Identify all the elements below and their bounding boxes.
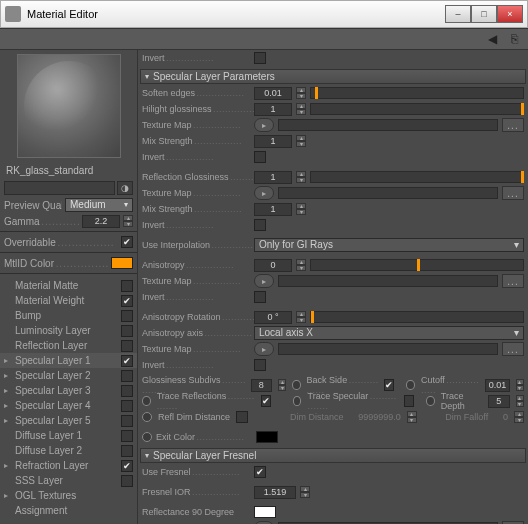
- minimize-button[interactable]: –: [445, 5, 471, 23]
- overridable-checkbox[interactable]: [121, 236, 133, 248]
- soften-slider[interactable]: [310, 87, 524, 99]
- aniso-axis-select[interactable]: Local axis X▾: [254, 326, 524, 340]
- app-icon: [5, 6, 21, 22]
- hilight-gloss-input[interactable]: 1: [254, 103, 292, 116]
- trace-spec-checkbox[interactable]: [404, 395, 414, 407]
- preview-quality-select[interactable]: Medium▾: [65, 198, 133, 212]
- layer-material-matte[interactable]: Material Matte: [0, 278, 137, 293]
- aniso-rot-slider[interactable]: [310, 311, 524, 323]
- group-specular-fresnel[interactable]: ▾Specular Layer Fresnel: [140, 448, 526, 463]
- aniso-input[interactable]: 0: [254, 259, 292, 272]
- layer-luminosity[interactable]: Luminosity Layer: [0, 323, 137, 338]
- fresnel-ior-input[interactable]: 1.519: [254, 486, 296, 499]
- layer-assignment[interactable]: Assignment: [0, 503, 137, 518]
- layer-specular-1[interactable]: ▸Specular Layer 1: [0, 353, 137, 368]
- soften-edges-input[interactable]: 0.01: [254, 87, 292, 100]
- layer-ogl-textures[interactable]: ▸OGL Textures: [0, 488, 137, 503]
- gamma-label: Gamma: [4, 216, 79, 227]
- refl-gloss-input[interactable]: 1: [254, 171, 292, 184]
- layer-specular-2[interactable]: ▸Specular Layer 2: [0, 368, 137, 383]
- gamma-input[interactable]: 2.2: [82, 215, 120, 228]
- invert-top-checkbox[interactable]: [254, 52, 266, 64]
- overridable-label: Overridable: [4, 237, 118, 248]
- parameter-panel: Invert ▾Specular Layer Parameters Soften…: [138, 50, 528, 524]
- close-button[interactable]: ×: [497, 5, 523, 23]
- cutoff-input[interactable]: 0.01: [485, 379, 510, 392]
- toolbar: ◀ ⎘: [0, 28, 528, 50]
- gamma-spinner[interactable]: ▴▾: [123, 215, 133, 227]
- back-icon[interactable]: ◀: [484, 32, 500, 46]
- layer-sss[interactable]: SSS Layer: [0, 473, 137, 488]
- aniso-rot-input[interactable]: 0 °: [254, 311, 292, 324]
- layer-diffuse-2[interactable]: Diffuse Layer 2: [0, 443, 137, 458]
- use-interpolation-select[interactable]: Only for GI Rays▾: [254, 238, 524, 252]
- mtlid-color[interactable]: [111, 257, 133, 269]
- invert1-checkbox[interactable]: [254, 151, 266, 163]
- maximize-button[interactable]: □: [471, 5, 497, 23]
- use-fresnel-checkbox[interactable]: [254, 466, 266, 478]
- refl90-swatch[interactable]: [254, 506, 276, 518]
- backside-radio[interactable]: [292, 380, 300, 390]
- soften-spinner[interactable]: ▴▾: [296, 87, 306, 99]
- pin-icon[interactable]: ⎘: [506, 32, 522, 46]
- trace-depth-input[interactable]: 5: [488, 395, 510, 408]
- search-input[interactable]: [4, 181, 115, 195]
- group-specular-params[interactable]: ▾Specular Layer Parameters: [140, 69, 526, 84]
- reflgloss-slider[interactable]: [310, 171, 524, 183]
- layer-reflection[interactable]: Reflection Layer: [0, 338, 137, 353]
- texmap1-button[interactable]: ▸: [254, 118, 274, 132]
- layer-list: Material Matte Material Weight Bump Lumi…: [0, 276, 137, 520]
- preview-quality-label: Preview Quality: [4, 200, 62, 211]
- material-name: RK_glass_standard: [0, 162, 137, 179]
- backside-checkbox[interactable]: [384, 379, 394, 391]
- pick-icon[interactable]: ◑: [117, 181, 133, 195]
- title-bar: Material Editor – □ ×: [0, 0, 528, 28]
- layer-refraction[interactable]: ▸Refraction Layer: [0, 458, 137, 473]
- layer-specular-3[interactable]: ▸Specular Layer 3: [0, 383, 137, 398]
- trace-refl-checkbox[interactable]: [261, 395, 271, 407]
- layer-material-weight[interactable]: Material Weight: [0, 293, 137, 308]
- texmap1-browse[interactable]: ...: [502, 118, 524, 132]
- material-preview[interactable]: [17, 54, 121, 158]
- window-title: Material Editor: [27, 8, 445, 20]
- gloss-subdivs-input[interactable]: 8: [251, 379, 272, 392]
- layer-bump[interactable]: Bump: [0, 308, 137, 323]
- mtlid-label: MtlID Color: [4, 258, 108, 269]
- aniso-slider[interactable]: [310, 259, 524, 271]
- layer-diffuse-1[interactable]: Diffuse Layer 1: [0, 428, 137, 443]
- refl-dim-checkbox[interactable]: [236, 411, 248, 423]
- layer-specular-4[interactable]: ▸Specular Layer 4: [0, 398, 137, 413]
- left-panel: RK_glass_standard ◑ Preview Quality Medi…: [0, 50, 138, 524]
- hilight-slider[interactable]: [310, 103, 524, 115]
- exit-color-swatch[interactable]: [256, 431, 278, 443]
- layer-specular-5[interactable]: ▸Specular Layer 5: [0, 413, 137, 428]
